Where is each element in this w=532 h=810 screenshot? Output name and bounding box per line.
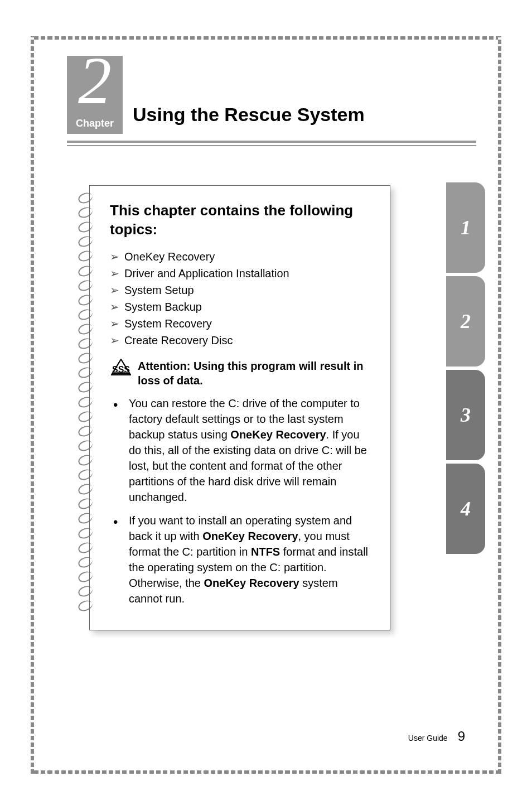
chapter-tabs: 1 2 3 4: [446, 182, 485, 557]
info-box: This chapter contains the following topi…: [89, 185, 390, 630]
tab-label: 4: [461, 497, 471, 520]
list-item: System Recovery: [110, 315, 373, 332]
attention-block: SSS Attention: Using this program will r…: [110, 359, 373, 388]
chapter-number: 2: [78, 47, 112, 114]
list-item: OneKey Recovery: [110, 248, 373, 265]
footer-guide: User Guide: [408, 734, 448, 742]
tab-label: 2: [461, 310, 471, 333]
tab-2: 2: [446, 276, 485, 367]
tab-label: 3: [461, 403, 471, 427]
topics-heading: This chapter contains the following topi…: [110, 201, 373, 239]
bullet-bold: OneKey Recovery: [230, 428, 326, 441]
chapter-divider: [67, 141, 476, 146]
list-item: Create Recovery Disc: [110, 332, 373, 349]
chapter-label: Chapter: [76, 118, 114, 129]
page-number: 9: [458, 729, 465, 744]
bullet-item: If you want to install an operating syst…: [110, 513, 373, 606]
main-content: This chapter contains the following topi…: [89, 185, 476, 630]
chapter-header: 2 Chapter Using the Rescue System: [67, 56, 476, 134]
footer: User Guide 9: [408, 729, 465, 744]
bullet-bold: NTFS: [251, 546, 280, 558]
attention-label: Attention: Using this program will resul…: [138, 359, 373, 388]
tab-3: 3: [446, 370, 485, 460]
tab-4: 4: [446, 464, 485, 554]
list-item: Driver and Application Installation: [110, 265, 373, 282]
tab-1: 1: [446, 182, 485, 273]
list-item: System Setup: [110, 282, 373, 298]
bullet-bold: OneKey Recovery: [202, 530, 298, 542]
attention-icon: SSS: [111, 359, 131, 375]
tab-label: 1: [461, 216, 471, 239]
bullet-item: You can restore the C: drive of the comp…: [110, 396, 373, 505]
page-border-right: [498, 36, 501, 774]
topics-list: OneKey Recovery Driver and Application I…: [110, 248, 373, 349]
bullet-list: You can restore the C: drive of the comp…: [110, 396, 373, 606]
chapter-number-block: 2 Chapter: [67, 56, 123, 134]
content-area: 2 Chapter Using the Rescue System This c…: [56, 56, 476, 754]
list-item: System Backup: [110, 298, 373, 315]
page-border-left: [31, 36, 34, 774]
chapter-title: Using the Rescue System: [133, 104, 365, 128]
bullet-bold: OneKey Recovery: [204, 577, 299, 589]
